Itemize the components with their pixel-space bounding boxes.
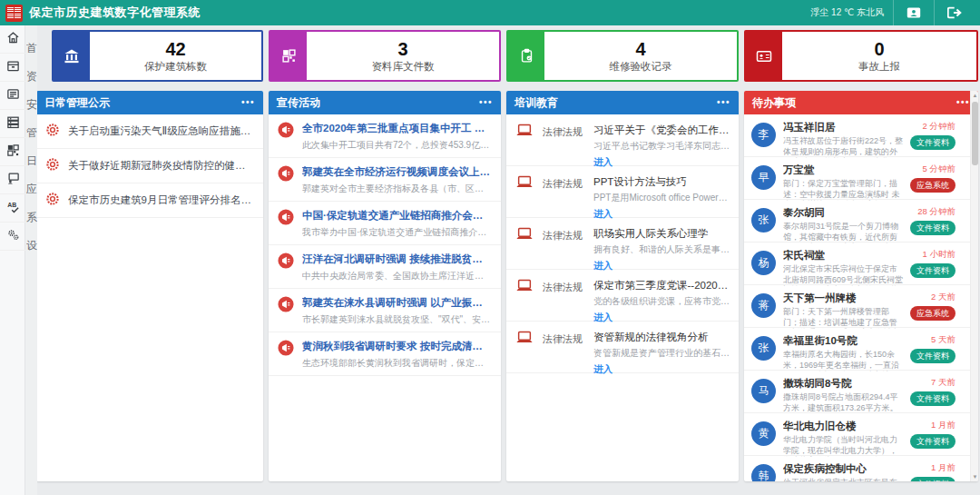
app-logo: [5, 5, 23, 22]
stat-card-archive-files[interactable]: 3 资料库文件数: [269, 30, 501, 82]
notice-item[interactable]: 关于做好近期新冠肺炎疫情防控的健康提示: [36, 149, 263, 183]
todo-time: 1 月前: [931, 462, 956, 474]
campaign-item[interactable]: 中国·保定轨道交通产业链招商推介会暨合作项目签约活动我市举办中国·保定轨道交通产…: [269, 202, 501, 245]
enter-link[interactable]: 进入: [593, 312, 612, 324]
megaphone-icon: [278, 209, 294, 229]
scroll-down-icon[interactable]: ▼: [971, 472, 978, 481]
todo-item[interactable]: 早万宝堂部门：保定万宝堂管理部门，描述：空中救援力量应急演练时 未来日常训练15…: [744, 157, 970, 200]
megaphone-icon: [278, 165, 294, 185]
todo-item[interactable]: 黄华北电力旧仓楼华北电力学院（当时叫河北电力学院，现在叫华北电力大学），学院将它…: [744, 413, 970, 456]
stat-label: 资料库文件数: [372, 60, 435, 74]
training-item[interactable]: 法律法规习近平关于《党委会的工作方法》论述——习近平总书记教学习毛泽东同志《党委…: [506, 114, 739, 166]
sidebar-partial-label[interactable]: 系: [26, 210, 37, 225]
todo-title: 宋氏祠堂: [783, 249, 905, 262]
campaign-item[interactable]: 汪洋在河北调研时强调 接续推进脱贫地区发展 全面推进中共中央政治局常委、全国政协…: [269, 245, 501, 289]
user-card-icon[interactable]: [894, 0, 934, 25]
scrollbar-thumb[interactable]: [972, 102, 978, 165]
server-stack-icon: [6, 115, 20, 132]
laptop-icon: [515, 331, 534, 348]
todo-title: 万宝堂: [783, 163, 905, 177]
sidebar: AB: [0, 25, 25, 495]
clipboard-icon: [508, 32, 544, 80]
more-menu-icon[interactable]: •••: [956, 98, 970, 107]
status-badge: 文件资料: [910, 263, 956, 278]
enter-link[interactable]: 进入: [593, 260, 612, 272]
status-badge: 文件资料: [910, 135, 956, 150]
campaign-title: 中国·保定轨道交通产业链招商推介会暨合作项目签约活动: [302, 209, 492, 223]
sidebar-partial-label[interactable]: 首: [26, 41, 37, 56]
training-title: 资管新规的法律视角分析: [593, 331, 730, 344]
sidebar-item-database[interactable]: [0, 110, 25, 138]
training-title: 保定市第三季度党课--2020年09月16日: [593, 279, 730, 292]
training-item[interactable]: 法律法规资管新规的法律视角分析资管新规是资产管理行业的基石，第一次按资管进入: [506, 322, 739, 373]
campaign-title: 黄润秋到我省调研时要求 按时完成清洁取暖散煤替代工程: [302, 340, 492, 353]
stat-card-repair-records[interactable]: 4 维修验收记录: [506, 30, 739, 82]
sidebar-partial-label[interactable]: 安: [26, 97, 37, 113]
notice-item[interactable]: 保定市历史建筑9月日常管理评分排名情况公示: [36, 183, 263, 218]
todo-title: 保定疾病控制中心: [783, 462, 905, 476]
todo-item[interactable]: 杨宋氏祠堂河北保定市宋氏宗祠位于保定市北唐胡同路西609号北侧宋氏祠堂旧址，是代…: [744, 243, 970, 285]
stat-value: 4: [635, 39, 645, 59]
training-desc: 拥有良好、和谐的人际关系是事业成功的注: [593, 243, 730, 256]
todo-item[interactable]: 李冯玉祥旧居冯玉祥故居位于唐行街222号，整体呈规则的扇形布局，建筑的外观造型、…: [744, 114, 970, 157]
notice-text: 关于做好近期新冠肺炎疫情防控的健康提示: [68, 159, 254, 173]
stat-card-protected-buildings[interactable]: 42 保护建筑栋数: [52, 30, 263, 82]
todo-item[interactable]: 韩保定疾病控制中心位于河北省保定市北市区东风东路753号 交通相当方便 我们的服…: [744, 456, 970, 481]
sidebar-partial-labels: 首资安管日应系设: [25, 25, 37, 495]
campaign-item[interactable]: 郭建英在涞水县调研时强调 以产业振兴带动乡村振兴市长郭建英到涞水县就脱贫攻坚、"…: [269, 289, 501, 332]
notice-item[interactable]: 关于启动重污染天气Ⅱ级应急响应措施的通知: [36, 114, 263, 149]
sidebar-item-archive[interactable]: [0, 54, 25, 82]
todo-scrollbar[interactable]: ▲ ▼: [970, 91, 978, 481]
panel-training: 培训教育 ••• 法律法规习近平关于《党委会的工作方法》论述——习近平总书记教学…: [506, 91, 739, 481]
todo-desc: 华北电力学院（当时叫河北电力学院，现在叫华北电力大学），学院将它作为一道风景保留…: [783, 435, 905, 457]
more-menu-icon[interactable]: •••: [241, 98, 255, 107]
todo-desc: 位于河北省保定市北市区东风东路753号 交通相当方便 我们的服务宗旨诚信为本 为…: [783, 478, 905, 481]
more-menu-icon[interactable]: •••: [479, 98, 493, 107]
stat-card-incident-reports[interactable]: 0 事故上报: [744, 30, 978, 82]
list-card-icon: [6, 87, 20, 104]
scroll-up-icon[interactable]: ▲: [971, 91, 978, 100]
training-title: 职场实用人际关系心理学: [593, 227, 730, 241]
status-badge: 文件资料: [910, 349, 956, 363]
campaign-desc: 郭建英对全市主要经济指标及各县（市、区）经济运行情况进行: [302, 183, 492, 195]
stat-label: 事故上报: [858, 60, 900, 74]
sidebar-partial-label[interactable]: 管: [26, 125, 37, 141]
todo-item[interactable]: 张幸福里街10号院幸福街原名大梅园街，长150余米，1969年更名幸福街，一直沿…: [744, 328, 970, 371]
todo-time: 1 小时前: [923, 249, 956, 261]
sidebar-item-settings[interactable]: [0, 223, 25, 251]
laptop-icon: [515, 279, 534, 296]
more-menu-icon[interactable]: •••: [717, 98, 730, 107]
training-desc: 习近平总书记教学习毛泽东同志《党委会的工作方: [593, 140, 730, 153]
logout-icon[interactable]: [935, 0, 975, 25]
enter-link[interactable]: 进入: [593, 156, 612, 169]
campaign-item[interactable]: 郭建英在全市经济运行视频调度会议上强调 强化问题导向郭建英对全市主要经济指标及各…: [269, 158, 501, 202]
status-badge: 文件资料: [910, 391, 956, 406]
todo-time: 5 天前: [931, 334, 956, 346]
campaign-item[interactable]: 全市2020年第三批重点项目集中开工 郭建英参加活动此次集中开工项目共有72个，…: [269, 114, 501, 158]
todo-item[interactable]: 马撒珠胡同8号院撒珠胡同8号院占地面积294.4平方米，建筑面积173.26平方…: [744, 371, 970, 413]
sidebar-partial-label[interactable]: 应: [26, 182, 37, 197]
sidebar-item-qr[interactable]: [0, 138, 25, 166]
training-item[interactable]: 法律法规职场实用人际关系心理学拥有良好、和谐的人际关系是事业成功的注进入: [506, 218, 739, 270]
todo-item[interactable]: 蒋天下第一州牌楼部门：天下第一州牌楼管理部门；描述：培训基地建了应急管理新体系 …: [744, 285, 970, 328]
avatar: 马: [751, 379, 776, 403]
todo-time: 5 分钟前: [923, 163, 956, 175]
todo-title: 泰尔胡同: [783, 206, 905, 220]
id-card-icon: [746, 32, 782, 80]
enter-link[interactable]: 进入: [593, 363, 612, 376]
avatar: 张: [751, 208, 776, 233]
sidebar-item-training[interactable]: [0, 166, 25, 194]
sidebar-partial-label[interactable]: 设: [26, 238, 37, 253]
training-item[interactable]: 法律法规PPT设计方法与技巧PPT是用Microsoft office Powe…: [506, 166, 739, 218]
sidebar-item-records[interactable]: [0, 82, 25, 110]
campaign-item[interactable]: 黄润秋到我省调研时要求 按时完成清洁取暖散煤替代工程生态环境部部长黄润秋到我省调…: [269, 332, 501, 376]
todo-item[interactable]: 张泰尔胡同泰尔胡同31号院是一个剪刀博物馆，其馆藏中有铁剪，近代所剪2000余把…: [744, 200, 970, 243]
sidebar-item-home[interactable]: [0, 25, 25, 54]
sidebar-partial-label[interactable]: 资: [26, 69, 37, 84]
todo-desc: 泰尔胡同31号院是一个剪刀博物馆，其馆藏中有铁剪，近代所剪2000余把，现代所剪…: [783, 222, 905, 243]
sidebar-item-review[interactable]: AB: [0, 194, 25, 223]
training-item[interactable]: 法律法规保定市第三季度党课--2020年09月16日党的各级组织讲党课，应将市党…: [506, 270, 739, 322]
sidebar-partial-label[interactable]: 日: [26, 153, 37, 169]
panel-daily-notices: 日常管理公示 ••• 关于启动重污染天气Ⅱ级应急响应措施的通知关于做好近期新冠肺…: [36, 91, 263, 481]
enter-link[interactable]: 进入: [593, 208, 612, 221]
